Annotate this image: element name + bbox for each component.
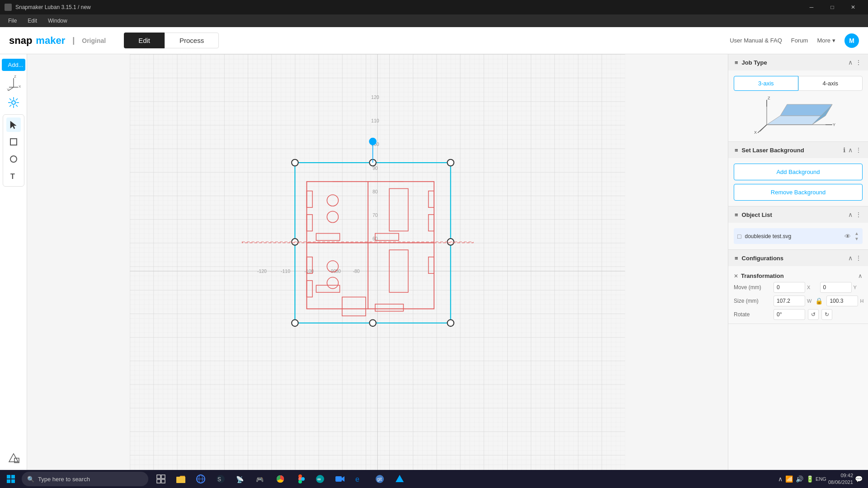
edge-app[interactable]: e bbox=[351, 471, 369, 487]
figma-app[interactable] bbox=[291, 471, 309, 487]
move-x-input[interactable] bbox=[774, 282, 805, 293]
job-type-header[interactable]: ≡ Job Type ∧ ⋮ bbox=[728, 54, 868, 70]
collapse-icon-3[interactable]: ∧ bbox=[848, 211, 853, 218]
notification-icon[interactable]: 💬 bbox=[855, 475, 863, 483]
browser-app[interactable] bbox=[192, 471, 210, 487]
file-explorer-app[interactable] bbox=[172, 471, 190, 487]
rotate-cw-button[interactable]: ↻ bbox=[821, 309, 832, 320]
select-tool[interactable] bbox=[6, 117, 21, 132]
collapse-icon-2[interactable]: ∧ bbox=[848, 146, 853, 154]
lock-icon[interactable]: 🔒 bbox=[815, 297, 823, 305]
clock[interactable]: 09:42 08/06/2021 bbox=[828, 472, 853, 486]
svg-text:Y: Y bbox=[833, 122, 835, 127]
size-w-input[interactable] bbox=[774, 296, 805, 306]
shape-tool[interactable] bbox=[6, 451, 21, 465]
job-type-body: 3-axis 4-axis bbox=[728, 70, 868, 141]
size-h-input[interactable] bbox=[826, 296, 858, 306]
transform-collapse-icon[interactable]: ∧ bbox=[858, 272, 863, 279]
3-axis-button[interactable]: 3-axis bbox=[734, 76, 798, 91]
git-app[interactable]: git bbox=[371, 471, 389, 487]
other-app-1[interactable]: 🎮 bbox=[251, 471, 269, 487]
laser-section-icons: ℹ ∧ ⋮ bbox=[843, 146, 862, 154]
laser-bg-header[interactable]: ≡ Set Laser Background ℹ ∧ ⋮ bbox=[728, 142, 868, 158]
3d-diagram: Z Y X bbox=[753, 93, 844, 134]
svg-text:∞: ∞ bbox=[317, 476, 321, 482]
collapse-icon[interactable]: ∧ bbox=[848, 59, 853, 66]
chrome-app[interactable] bbox=[271, 471, 289, 487]
taskbar: 🔍 Type here to search S 📡 🎮 ∞ bbox=[0, 470, 868, 488]
text-tool[interactable]: T bbox=[6, 169, 21, 183]
menu-window[interactable]: Window bbox=[43, 17, 72, 25]
more-options-icon-2[interactable]: ⋮ bbox=[855, 146, 862, 154]
svg-rect-90 bbox=[11, 475, 15, 479]
rotate-ccw-button[interactable]: ↺ bbox=[808, 309, 819, 320]
object-list-header[interactable]: ≡ Object List ∧ ⋮ bbox=[728, 206, 868, 223]
scroll-up[interactable]: ▲ bbox=[854, 231, 859, 236]
svg-text:Y: Y bbox=[7, 88, 9, 91]
add-button[interactable]: Add... bbox=[2, 59, 25, 71]
minimize-button[interactable]: ─ bbox=[801, 0, 822, 14]
steam-app[interactable]: S bbox=[212, 471, 230, 487]
battery-icon[interactable]: 🔋 bbox=[806, 475, 814, 483]
more-options-icon-3[interactable]: ⋮ bbox=[855, 211, 862, 218]
forum-link[interactable]: Forum bbox=[791, 37, 808, 44]
move-label: Move (mm) bbox=[734, 284, 770, 291]
remove-background-button[interactable]: Remove Background bbox=[734, 184, 863, 201]
wireless-app[interactable]: 📡 bbox=[231, 471, 250, 487]
more-button[interactable]: More ▾ bbox=[817, 37, 835, 44]
zoom-app[interactable] bbox=[331, 471, 349, 487]
menu-file[interactable]: File bbox=[4, 17, 21, 25]
more-options-icon-4[interactable]: ⋮ bbox=[855, 254, 862, 262]
4-axis-button[interactable]: 4-axis bbox=[798, 76, 863, 91]
taskbar-search[interactable]: 🔍 Type here to search bbox=[22, 472, 148, 486]
more-options-icon[interactable]: ⋮ bbox=[855, 59, 862, 66]
canvas-area[interactable]: 120 110 100 90 80 70 60 -120 -110 -100 -… bbox=[27, 54, 728, 488]
object-list-section: ≡ Object List ∧ ⋮ □ doubleside test.svg … bbox=[728, 206, 868, 250]
visibility-toggle[interactable]: 👁 bbox=[844, 233, 851, 240]
manual-link[interactable]: User Manual & FAQ bbox=[730, 37, 782, 44]
configurations-header[interactable]: ≡ Configurations ∧ ⋮ bbox=[728, 250, 868, 266]
3d-preview: Z Y X bbox=[734, 91, 863, 136]
svg-point-49 bbox=[369, 138, 376, 145]
lang-indicator[interactable]: ENG bbox=[816, 476, 826, 482]
avatar[interactable]: M bbox=[844, 33, 859, 48]
arduino-app[interactable]: ∞ bbox=[311, 471, 329, 487]
move-x-unit: X bbox=[807, 285, 810, 290]
object-list-item[interactable]: □ doubleside test.svg 👁 ▲ ▼ bbox=[734, 228, 863, 244]
obj-section-icons: ∧ ⋮ bbox=[848, 211, 862, 218]
edit-button[interactable]: Edit bbox=[124, 33, 165, 48]
rectangle-tool[interactable] bbox=[6, 135, 21, 149]
svg-line-87 bbox=[758, 125, 767, 133]
move-y-input-container: Y bbox=[820, 282, 863, 293]
network-icon[interactable]: 📶 bbox=[785, 475, 793, 483]
svg-point-46 bbox=[369, 319, 376, 326]
info-icon[interactable]: ℹ bbox=[843, 146, 845, 154]
svg-text:-120: -120 bbox=[257, 269, 267, 274]
task-view-button[interactable] bbox=[152, 471, 170, 487]
snapmaker-app[interactable] bbox=[391, 471, 409, 487]
rotate-label: Rotate bbox=[734, 311, 770, 318]
menubar: File Edit Window bbox=[0, 14, 868, 27]
collapse-icon-4[interactable]: ∧ bbox=[848, 254, 853, 262]
svg-line-11 bbox=[9, 99, 11, 100]
start-button[interactable] bbox=[2, 471, 20, 487]
ellipse-tool[interactable] bbox=[6, 152, 21, 166]
svg-text:120: 120 bbox=[371, 95, 379, 100]
process-button[interactable]: Process bbox=[165, 33, 219, 48]
taskbar-right: ∧ 📶 🔊 🔋 ENG 09:42 08/06/2021 💬 bbox=[778, 472, 866, 486]
svg-point-109 bbox=[298, 480, 302, 483]
hamburger-icon-3: ≡ bbox=[735, 211, 738, 218]
clock-time: 09:42 bbox=[828, 472, 853, 479]
menu-edit[interactable]: Edit bbox=[23, 17, 42, 25]
scroll-down[interactable]: ▼ bbox=[854, 236, 859, 241]
volume-icon[interactable]: 🔊 bbox=[796, 475, 803, 483]
move-y-input[interactable] bbox=[820, 282, 852, 293]
svg-line-14 bbox=[9, 105, 11, 107]
svg-text:90: 90 bbox=[373, 166, 378, 171]
maximize-button[interactable]: □ bbox=[822, 0, 843, 14]
transformation-header[interactable]: ✕ Transformation ∧ bbox=[734, 270, 863, 282]
close-button[interactable]: ✕ bbox=[843, 0, 863, 14]
rotate-value-input[interactable] bbox=[774, 309, 805, 320]
add-background-button[interactable]: Add Background bbox=[734, 164, 863, 180]
tray-up-icon[interactable]: ∧ bbox=[778, 475, 783, 483]
